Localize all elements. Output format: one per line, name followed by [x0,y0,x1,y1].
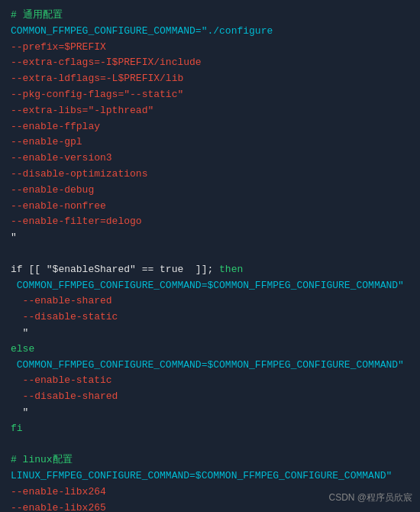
code-line: --enable-static [11,373,409,389]
code-line: COMMON_FFMPEG_CONFIGURE_COMMAND=$COMMON_… [11,358,409,374]
code-line: --enable-gpl [11,134,409,151]
code-line: COMMON_FFMPEG_CONFIGURE_COMMAND="./confi… [11,24,409,40]
code-line: --disable-optimizations [11,167,409,183]
code-token: fi [11,423,23,434]
code-line: --extra-libs="-lpthread" [11,103,409,119]
code-line: # 通用配置 [11,8,409,24]
code-token: COMMON_FFMPEG_CONFIGURE_COMMAND=$COMMON_… [11,280,404,291]
code-token: if [[ "$enableShared" == true ]]; [11,264,219,275]
code-token: --prefix=$PREFIX [11,41,106,53]
code-line: fi [11,421,409,437]
code-token: COMMON_FFMPEG_CONFIGURE_COMMAND=$COMMON_… [11,359,404,371]
code-token: " [11,232,17,243]
code-token: --enable-libx264 [11,486,106,497]
code-token: --disable-static [11,311,118,322]
code-line: # linux配置 [11,452,409,468]
code-line: --disable-shared [11,389,409,405]
code-line: else [11,342,409,358]
code-line: " [11,230,409,246]
code-line: --prefix=$PREFIX [11,40,409,56]
code-line: " [11,326,409,342]
code-token: else [11,343,34,355]
code-line: --pkg-config-flags="--static" [11,87,409,103]
code-container: # 通用配置COMMON_FFMPEG_CONFIGURE_COMMAND=".… [0,0,420,512]
code-token: --extra-ldflags=-L$PREFIX/lib [11,73,183,84]
code-token: --enable-version3 [11,152,112,164]
code-token: --disable-optimizations [11,168,147,180]
code-token: then [219,264,243,275]
code-token: " [11,407,28,418]
code-token: --pkg-config-flags="--static" [11,89,183,100]
code-line: --extra-cflags=-I$PREFIX/include [11,55,409,71]
code-token: --disable-shared [11,390,118,402]
code-token: --enable-debug [11,184,94,196]
code-token: COMMON_FFMPEG_CONFIGURE_COMMAND="./confi… [11,25,273,37]
code-token: --extra-cflags=-I$PREFIX/include [11,57,202,68]
code-line [11,437,409,453]
code-token: LINUX_FFMPEG_CONFIGURE_COMMAND=$COMMON_F… [11,470,392,481]
code-token: --enable-ffplay [11,121,100,132]
code-token: # 通用配置 [11,9,63,21]
code-line: " [11,405,409,421]
code-line: --enable-ffplay [11,119,409,135]
code-token: --enable-libx265 [11,502,106,512]
code-token: --enable-nonfree [11,200,106,212]
code-line: --disable-static [11,309,409,326]
code-token: --extra-libs="-lpthread" [11,105,153,116]
code-token: " [11,327,28,339]
code-line: --enable-filter=delogo [11,214,409,230]
code-line: COMMON_FFMPEG_CONFIGURE_COMMAND=$COMMON_… [11,278,409,294]
watermark: CSDN @程序员欣宸 [328,491,412,504]
code-token: --enable-shared [11,295,112,306]
code-line: --enable-nonfree [11,199,409,215]
code-token: --enable-gpl [11,136,82,147]
code-line: --enable-shared [11,293,409,309]
code-line: --enable-version3 [11,151,409,167]
code-lines: # 通用配置COMMON_FFMPEG_CONFIGURE_COMMAND=".… [11,8,409,512]
code-token: --enable-static [11,374,112,386]
code-line [11,246,409,262]
code-line: --extra-ldflags=-L$PREFIX/lib [11,71,409,87]
code-token: --enable-filter=delogo [11,215,142,227]
code-line: --enable-debug [11,183,409,199]
code-token: # linux配置 [11,454,73,465]
code-line: if [[ "$enableShared" == true ]]; then [11,262,409,278]
code-line: LINUX_FFMPEG_CONFIGURE_COMMAND=$COMMON_F… [11,468,409,484]
